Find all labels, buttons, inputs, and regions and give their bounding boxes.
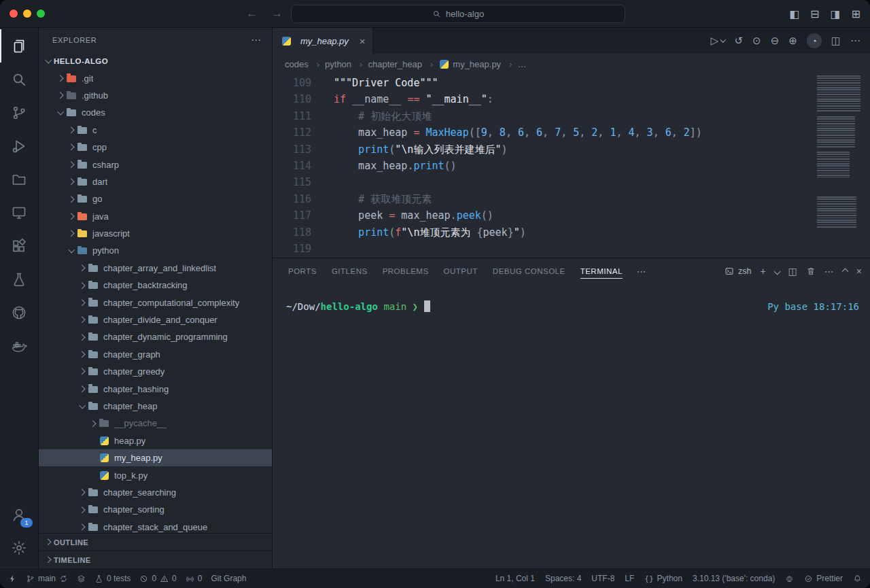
tab-close-icon[interactable]: × <box>360 35 366 47</box>
code-line[interactable]: 114 max_heap.print() <box>273 158 870 174</box>
minimap[interactable] <box>813 74 870 258</box>
timeline-section[interactable]: TIMELINE <box>39 551 272 568</box>
back-button[interactable]: ← <box>246 7 258 20</box>
tree-item[interactable]: heap.py <box>39 432 272 449</box>
timeline-icon[interactable]: ↺ <box>735 35 744 47</box>
code-line[interactable]: 117 peek = max_heap.peek() <box>273 207 870 224</box>
terminal-profile-dropdown-icon[interactable] <box>775 269 780 274</box>
tree-item[interactable]: chapter_dynamic_programming <box>39 328 272 345</box>
run-python-button[interactable]: ▷ <box>710 35 725 47</box>
kill-terminal-icon[interactable] <box>806 266 816 276</box>
editor-more-actions-icon[interactable]: ⋯ <box>850 35 860 47</box>
accounts-button[interactable]: 1 <box>0 498 38 531</box>
code-line[interactable]: 112 max_heap = MaxHeap([9, 8, 6, 6, 7, 5… <box>273 124 870 141</box>
panel-tab[interactable]: TERMINAL <box>580 258 623 284</box>
breadcrumb-item[interactable]: … <box>517 59 526 69</box>
maximize-panel-icon[interactable] <box>843 269 848 274</box>
tree-item[interactable]: chapter_array_and_linkedlist <box>39 260 272 277</box>
tree-item[interactable]: cpp <box>39 139 272 156</box>
encoding[interactable]: UTF-8 <box>591 574 614 583</box>
tree-item[interactable]: chapter_searching <box>39 484 272 501</box>
code-line[interactable]: 109"""Driver Code""" <box>273 75 870 91</box>
extensions[interactable] <box>0 229 38 262</box>
tree-item[interactable]: go <box>39 190 272 207</box>
python-interpreter[interactable]: 3.10.13 ('base': conda) <box>693 574 775 583</box>
prettier-indicator[interactable]: Prettier <box>804 574 843 583</box>
tree-item[interactable]: chapter_sorting <box>39 501 272 518</box>
testing[interactable] <box>0 262 38 296</box>
new-terminal-button[interactable]: + <box>760 266 765 277</box>
git-graph-button[interactable]: Git Graph <box>211 574 246 583</box>
window-minimize-button[interactable] <box>23 10 31 18</box>
explorer[interactable] <box>0 29 38 63</box>
tree-item[interactable]: .github <box>39 87 272 104</box>
code-line[interactable]: 111 # 初始化大顶堆 <box>273 108 870 124</box>
tree-item[interactable]: javascript <box>39 225 272 242</box>
tree-item[interactable]: csharp <box>39 156 272 173</box>
settings-button[interactable] <box>0 531 38 564</box>
tree-item[interactable]: chapter_graph <box>39 346 272 363</box>
panel-tab[interactable]: PORTS <box>288 258 317 284</box>
command-center-search[interactable]: hello-algo <box>291 5 625 23</box>
tree-item[interactable]: python <box>39 242 272 259</box>
remote-button[interactable] <box>8 574 17 583</box>
code-line[interactable]: 110if __name__ == "__main__": <box>273 91 870 107</box>
docker[interactable] <box>0 329 38 362</box>
gitlens-compare-icon[interactable]: ⊙ <box>752 35 761 47</box>
customize-layout-icon[interactable]: ⊞ <box>852 7 860 20</box>
code-line[interactable]: 118 print(f"\n堆顶元素为 {peek}") <box>273 224 870 241</box>
panel-tab[interactable]: PROBLEMS <box>383 258 429 284</box>
gitlens-next-change-icon[interactable]: ⊕ <box>788 35 797 47</box>
tree-item[interactable]: my_heap.py <box>39 449 272 466</box>
tree-item[interactable]: c <box>39 122 272 139</box>
tree-item[interactable]: top_k.py <box>39 466 272 483</box>
tree-item[interactable]: chapter_computational_complexity <box>39 294 272 311</box>
search[interactable] <box>0 63 38 96</box>
tree-root[interactable]: HELLO-ALGO <box>39 52 272 69</box>
code-editor[interactable]: 109"""Driver Code"""110if __name__ == "_… <box>273 74 870 258</box>
terminal-shell-tab[interactable]: zsh <box>725 266 751 276</box>
forward-button[interactable]: → <box>271 7 283 20</box>
code-line[interactable]: 119 <box>273 241 870 257</box>
ports-indicator[interactable]: 0 <box>186 574 203 583</box>
branch-indicator[interactable]: main <box>26 574 68 583</box>
codetime-icon[interactable]: ◔ <box>807 33 822 48</box>
gitlens-prev-change-icon[interactable]: ⊖ <box>771 35 780 47</box>
breadcrumb-item[interactable]: my_heap.py <box>438 58 517 69</box>
outline-section[interactable]: OUTLINE <box>39 533 272 551</box>
run-and-debug[interactable] <box>0 129 38 162</box>
breadcrumb-item[interactable]: chapter_heap <box>368 59 438 69</box>
remote-explorer[interactable] <box>0 196 38 229</box>
indentation[interactable]: Spaces: 4 <box>545 574 581 583</box>
gitlens-button[interactable] <box>77 574 86 583</box>
tree-item[interactable]: chapter_heap <box>39 398 272 415</box>
split-terminal-icon[interactable]: ◫ <box>788 266 797 277</box>
tree-item[interactable]: chapter_hashing <box>39 380 272 397</box>
eol-indicator[interactable]: LF <box>625 574 634 583</box>
code-line[interactable]: 116 # 获取堆顶元素 <box>273 191 870 207</box>
code-line[interactable]: 115 <box>273 174 870 190</box>
tree-item[interactable]: __pycache__ <box>39 415 272 432</box>
tree-item[interactable]: dart <box>39 173 272 190</box>
panel-tab[interactable]: GITLENS <box>332 258 368 284</box>
copilot-button[interactable] <box>785 574 794 583</box>
split-editor-icon[interactable]: ◫ <box>831 35 841 47</box>
toggle-secondary-sidebar-icon[interactable]: ◨ <box>830 7 840 20</box>
terminal[interactable]: ~/Dow/hello-algo main ❯ Py base 18:17:16 <box>273 284 870 568</box>
code-line[interactable]: 113 print("\n输入列表并建堆后") <box>273 141 870 158</box>
toggle-primary-sidebar-icon[interactable]: ◧ <box>789 7 799 20</box>
project-manager[interactable] <box>0 162 38 196</box>
notifications-bell[interactable] <box>853 574 862 583</box>
panel-tab[interactable]: OUTPUT <box>444 258 478 284</box>
editor-tab[interactable]: my_heap.py × <box>273 28 373 54</box>
breadcrumb-item[interactable]: python <box>325 59 368 69</box>
panel-tabs-more-icon[interactable]: ⋯ <box>637 266 646 277</box>
tests-indicator[interactable]: 0 tests <box>94 574 130 583</box>
tree-item[interactable]: java <box>39 208 272 225</box>
github[interactable] <box>0 296 38 329</box>
toggle-panel-icon[interactable]: ⊟ <box>810 7 819 20</box>
tree-item[interactable]: codes <box>39 104 272 121</box>
sidebar-more-actions-icon[interactable]: ⋯ <box>251 34 261 46</box>
tree-item[interactable]: chapter_stack_and_queue <box>39 519 272 533</box>
panel-tab[interactable]: DEBUG CONSOLE <box>493 258 566 284</box>
